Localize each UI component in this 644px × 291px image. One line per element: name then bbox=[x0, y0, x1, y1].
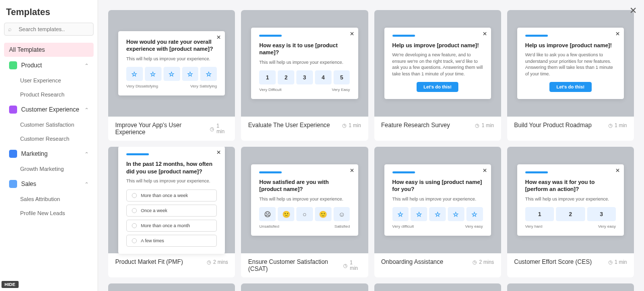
template-card[interactable]: ✕How big is your team? bbox=[374, 283, 501, 291]
nav-group-label: Customer Experience bbox=[21, 106, 79, 113]
radio-dot-icon bbox=[132, 238, 137, 243]
preview-close-icon[interactable]: ✕ bbox=[482, 31, 487, 37]
number-option[interactable]: 3 bbox=[296, 70, 313, 84]
search-wrap: ⌕ bbox=[4, 23, 94, 36]
template-card[interactable]: ✕In the past 12 months, how often did yo… bbox=[108, 147, 235, 277]
sidebar: Templates ⌕ All Templates Product⌃User E… bbox=[0, 0, 98, 291]
star-icon[interactable]: ☆ bbox=[145, 67, 162, 81]
star-icon[interactable]: ☆ bbox=[429, 207, 446, 221]
nav-child[interactable]: Growth Marketing bbox=[4, 162, 94, 175]
preview-desc: This will help us improve your experienc… bbox=[525, 196, 616, 203]
number-option[interactable]: 5 bbox=[334, 70, 350, 84]
preview-title: How easy is using [product name] for you… bbox=[392, 178, 483, 193]
face-icon[interactable]: ☺ bbox=[334, 207, 350, 221]
nav-child[interactable]: Customer Satisfaction bbox=[4, 118, 94, 131]
nav-group[interactable]: Product⌃ bbox=[4, 58, 94, 73]
radio-option[interactable]: More than once a week bbox=[126, 189, 217, 202]
scale-labels: UnsatisfiedSatisfied bbox=[259, 224, 350, 229]
star-icon[interactable]: ☆ bbox=[200, 67, 217, 81]
progress-bar bbox=[126, 153, 149, 155]
star-icon[interactable]: ☆ bbox=[164, 67, 180, 81]
template-card[interactable] bbox=[108, 283, 235, 291]
number-row: 12345 bbox=[259, 70, 350, 84]
nav-child[interactable]: Profile New Leads bbox=[4, 207, 94, 220]
template-card[interactable]: ✕Help us improve [product name]!We'd lik… bbox=[507, 10, 634, 141]
nav-child[interactable]: User Experience bbox=[4, 74, 94, 87]
nav-child[interactable]: Customer Research bbox=[4, 132, 94, 145]
preview-close-icon[interactable]: ✕ bbox=[482, 167, 487, 174]
close-icon[interactable]: ✕ bbox=[629, 5, 637, 16]
card-time: ◷ 2 mins bbox=[472, 259, 494, 265]
template-card[interactable]: ✕What are the top challenges your compan… bbox=[507, 283, 634, 291]
card-preview: ✕How easy is using [product name] for yo… bbox=[374, 147, 501, 253]
search-input[interactable] bbox=[4, 23, 94, 36]
preview-desc: We'd like to ask you a few questions to … bbox=[525, 52, 616, 77]
nav-child[interactable]: Sales Attribution bbox=[4, 192, 94, 206]
scale-labels: Very DissatisfyingVery Satisfying bbox=[126, 84, 217, 88]
preview-close-icon[interactable]: ✕ bbox=[216, 34, 221, 41]
face-row: ☹🙁○🙂☺ bbox=[259, 207, 350, 221]
scale-labels: Very DifficultVery Easy bbox=[259, 87, 350, 92]
star-icon[interactable]: ☆ bbox=[448, 207, 464, 221]
card-preview: ✕What do you value most about our servic… bbox=[241, 283, 368, 291]
card-footer: Customer Effort Score (CES)◷ 1 min bbox=[507, 253, 634, 270]
template-card[interactable]: ✕How easy was it for you to [perform an … bbox=[507, 147, 634, 277]
search-icon: ⌕ bbox=[8, 26, 12, 33]
radio-option[interactable]: A few times bbox=[126, 235, 217, 247]
star-icon[interactable]: ☆ bbox=[411, 207, 427, 221]
card-footer: Ensure Customer Satisfaction (CSAT)◷ 1 m… bbox=[241, 253, 368, 277]
face-icon[interactable]: 🙁 bbox=[278, 207, 294, 221]
number-option[interactable]: 2 bbox=[278, 70, 294, 84]
template-card[interactable]: ✕Help us improve [product name]!We're de… bbox=[374, 10, 501, 141]
number-option[interactable]: 3 bbox=[587, 207, 616, 221]
card-preview: ✕How big is your team? bbox=[374, 283, 501, 291]
star-icon[interactable]: ☆ bbox=[466, 207, 483, 221]
radio-option[interactable]: More than once a month bbox=[126, 220, 217, 232]
cta-button[interactable]: Let's do this! bbox=[549, 82, 592, 92]
nav-all-templates[interactable]: All Templates bbox=[4, 43, 94, 57]
template-card[interactable]: ✕How would you rate your overall experie… bbox=[108, 10, 235, 141]
template-card[interactable]: ✕How easy is it to use [product name]?Th… bbox=[241, 10, 368, 141]
template-grid: ✕How would you rate your overall experie… bbox=[108, 10, 634, 291]
clock-icon: ◷ bbox=[472, 259, 477, 265]
clock-icon: ◷ bbox=[608, 259, 613, 265]
preview-close-icon[interactable]: ✕ bbox=[615, 31, 620, 37]
number-option[interactable]: 1 bbox=[525, 207, 554, 221]
card-preview: ✕How easy is it to use [product name]?Th… bbox=[241, 10, 368, 117]
face-icon[interactable]: ☹ bbox=[259, 207, 276, 221]
card-time: ◷ 1 min bbox=[343, 260, 361, 271]
progress-bar bbox=[259, 35, 282, 37]
face-icon[interactable]: 🙂 bbox=[315, 207, 332, 221]
scale-labels: Very hardVery easy bbox=[525, 224, 616, 229]
template-card[interactable]: ✕What do you value most about our servic… bbox=[241, 283, 368, 291]
cta-button[interactable]: Let's do this! bbox=[417, 82, 459, 92]
nav-group[interactable]: Customer Experience⌃ bbox=[4, 102, 94, 117]
main-content: ✕How would you rate your overall experie… bbox=[98, 0, 644, 291]
preview-close-icon[interactable]: ✕ bbox=[350, 167, 354, 174]
nav-group-label: Product bbox=[21, 62, 42, 69]
star-icon[interactable]: ☆ bbox=[182, 67, 199, 81]
template-card[interactable]: ✕How easy is using [product name] for yo… bbox=[374, 147, 501, 277]
card-title: Customer Effort Score (CES) bbox=[514, 258, 592, 265]
radio-option[interactable]: Once a week bbox=[126, 205, 217, 217]
nav-group[interactable]: Sales⌃ bbox=[4, 176, 94, 191]
preview-close-icon[interactable]: ✕ bbox=[350, 31, 354, 37]
number-option[interactable]: 1 bbox=[259, 70, 276, 84]
card-preview: ✕How satisfied are you with [product nam… bbox=[241, 147, 368, 253]
number-option[interactable]: 2 bbox=[556, 207, 585, 221]
face-icon[interactable]: ○ bbox=[296, 207, 313, 221]
nav-child[interactable]: Product Research bbox=[4, 88, 94, 101]
star-icon[interactable]: ☆ bbox=[392, 207, 409, 221]
preview-close-icon[interactable]: ✕ bbox=[615, 167, 620, 174]
card-preview: ✕Help us improve [product name]!We're de… bbox=[374, 10, 501, 117]
clock-icon: ◷ bbox=[343, 263, 348, 268]
radio-list: More than once a weekOnce a weekMore tha… bbox=[126, 189, 217, 247]
nav-group[interactable]: Marketing⌃ bbox=[4, 146, 94, 161]
card-preview: ✕How would you rate your overall experie… bbox=[108, 10, 235, 117]
preview-desc: We're developing a new feature, and to e… bbox=[392, 52, 483, 77]
number-option[interactable]: 4 bbox=[315, 70, 332, 84]
preview-close-icon[interactable]: ✕ bbox=[216, 149, 221, 156]
star-icon[interactable]: ☆ bbox=[126, 67, 143, 81]
template-card[interactable]: ✕How satisfied are you with [product nam… bbox=[241, 147, 368, 277]
hide-badge[interactable]: HIDE bbox=[2, 281, 19, 288]
